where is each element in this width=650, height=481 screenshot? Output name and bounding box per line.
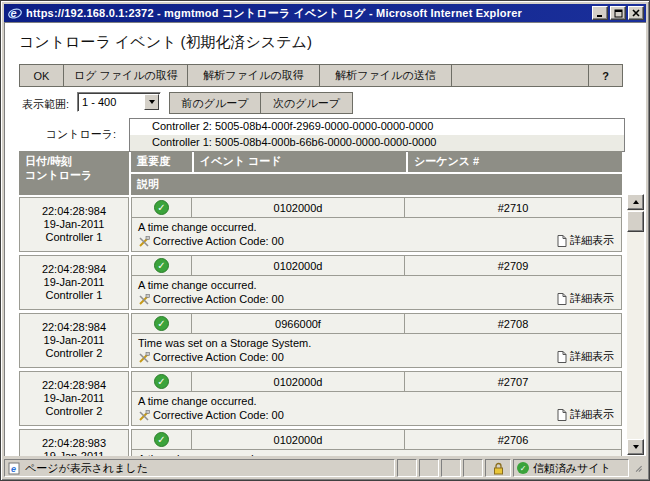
event-description: A time change occurred. Corrective Actio… <box>132 276 621 309</box>
tools-icon <box>138 352 150 364</box>
event-datetime: 22:04:28:984 19-Jan-2011 Controller 2 <box>19 313 129 368</box>
sequence-number: #2706 <box>405 430 621 449</box>
event-table-header: 日付/時刻 コントローラ 重要度 イベント コード シーケンス # 説明 <box>19 151 622 195</box>
tools-icon <box>138 236 150 248</box>
severity-ok-icon: ✓ <box>154 374 169 389</box>
table-row: 22:04:28:984 19-Jan-2011 Controller 2 ✓ … <box>19 371 622 426</box>
window-title: https://192.168.0.1:2372 - mgmtmod コントロー… <box>26 6 590 21</box>
range-value: 1 - 400 <box>78 96 143 108</box>
event-code: 0102000d <box>192 198 405 217</box>
get-log-file-button[interactable]: ログ ファイルの取得 <box>64 65 188 86</box>
scrollbar-thumb[interactable] <box>627 211 644 232</box>
controller-list-item[interactable]: Controller 1: 5005-08b4-000b-66b6-0000-0… <box>130 135 624 151</box>
header-datetime-controller: 日付/時刻 コントローラ <box>19 151 129 195</box>
document-icon <box>557 293 567 305</box>
sequence-number: #2709 <box>405 256 621 275</box>
document-icon <box>557 409 567 421</box>
get-analysis-file-button[interactable]: 解析ファイルの取得 <box>188 65 320 86</box>
range-label: 表示範囲: <box>22 97 69 112</box>
event-code: 0102000d <box>192 256 405 275</box>
page-title: コントローラ イベント (初期化済システム) <box>19 33 312 52</box>
event-description: A time change occurred. Corrective Actio… <box>132 218 621 251</box>
status-empty-pane <box>397 459 417 477</box>
header-sequence: シーケンス # <box>408 151 622 172</box>
scroll-up-button[interactable] <box>627 194 644 210</box>
status-message-pane: e ページが表示されました <box>4 459 395 477</box>
range-row: 表示範囲: 1 - 400 前のグループ 次のグループ <box>19 92 623 114</box>
status-bar: e ページが表示されました ✓ 信頼済みサイト <box>4 457 646 477</box>
maximize-button[interactable] <box>610 6 626 20</box>
resize-grip-icon <box>634 462 643 475</box>
table-row: 22:04:28:983 19-Jan-2011 Controller 2 ✓ … <box>19 429 622 456</box>
sequence-number: #2707 <box>405 372 621 391</box>
table-row: 22:04:28:984 19-Jan-2011 Controller 1 ✓ … <box>19 197 622 252</box>
severity-ok-icon: ✓ <box>154 258 169 273</box>
controller-label: コントローラ: <box>19 118 116 150</box>
range-select[interactable]: 1 - 400 <box>77 92 161 112</box>
document-icon <box>557 351 567 363</box>
svg-text:e: e <box>11 7 17 19</box>
padlock-icon <box>493 462 504 475</box>
ie-logo-icon: e <box>8 6 22 20</box>
toolbar-spacer <box>452 65 588 86</box>
close-button[interactable] <box>628 6 644 20</box>
event-description: A time change occurred. Corrective Actio… <box>132 450 621 456</box>
sequence-number: #2708 <box>405 314 621 333</box>
event-code: 0102000d <box>192 372 405 391</box>
event-datetime: 22:04:28:984 19-Jan-2011 Controller 2 <box>19 371 129 426</box>
event-description: A time change occurred. Corrective Actio… <box>132 392 621 425</box>
event-datetime: 22:04:28:984 19-Jan-2011 Controller 1 <box>19 255 129 310</box>
controller-list: Controller 2: 5005-08b4-000f-2969-0000-0… <box>129 118 625 152</box>
minimize-button[interactable] <box>592 6 608 20</box>
event-datetime: 22:04:28:984 19-Jan-2011 Controller 1 <box>19 197 129 252</box>
document-icon <box>557 235 567 247</box>
security-zone-pane: ✓ 信頼済みサイト <box>513 459 629 477</box>
severity-ok-icon: ✓ <box>154 200 169 215</box>
chevron-down-icon[interactable] <box>144 94 159 110</box>
vertical-scrollbar[interactable] <box>627 194 644 455</box>
table-row: 22:04:28:984 19-Jan-2011 Controller 1 ✓ … <box>19 255 622 310</box>
tools-icon <box>138 410 150 422</box>
svg-text:e: e <box>11 464 16 474</box>
sequence-number: #2710 <box>405 198 621 217</box>
toolbar: OK ログ ファイルの取得 解析ファイルの取得 解析ファイルの送信 ? <box>19 64 623 87</box>
previous-group-button[interactable]: 前のグループ <box>170 93 261 113</box>
status-empty-pane <box>441 459 461 477</box>
security-lock-pane <box>485 459 511 477</box>
severity-ok-icon: ✓ <box>154 316 169 331</box>
group-nav-strip: 前のグループ 次のグループ <box>169 92 353 114</box>
event-description: Time was set on a Storage System. Correc… <box>132 334 621 367</box>
event-code: 0966000f <box>192 314 405 333</box>
detail-view-link[interactable]: 詳細表示 <box>557 233 614 248</box>
browser-window: e https://192.168.0.1:2372 - mgmtmod コント… <box>0 0 650 481</box>
title-bar: e https://192.168.0.1:2372 - mgmtmod コント… <box>4 4 646 22</box>
scroll-down-button[interactable] <box>627 439 644 455</box>
severity-ok-icon: ✓ <box>154 432 169 447</box>
header-severity: 重要度 <box>131 151 192 172</box>
tools-icon <box>138 294 150 306</box>
resize-grip[interactable] <box>631 459 646 477</box>
status-empty-pane <box>419 459 439 477</box>
send-analysis-file-button[interactable]: 解析ファイルの送信 <box>320 65 452 86</box>
detail-view-link[interactable]: 詳細表示 <box>557 291 614 306</box>
controller-list-item[interactable]: Controller 2: 5005-08b4-000f-2969-0000-0… <box>130 119 624 135</box>
next-group-button[interactable]: 次のグループ <box>261 93 352 113</box>
ok-button[interactable]: OK <box>20 65 64 86</box>
help-button[interactable]: ? <box>588 65 622 86</box>
detail-view-link[interactable]: 詳細表示 <box>557 349 614 364</box>
page-ie-icon: e <box>8 462 21 475</box>
page-content: コントローラ イベント (初期化済システム) OK ログ ファイルの取得 解析フ… <box>4 22 646 456</box>
table-row: 22:04:28:984 19-Jan-2011 Controller 2 ✓ … <box>19 313 622 368</box>
event-datetime: 22:04:28:983 19-Jan-2011 Controller 2 <box>19 429 129 456</box>
header-event-code: イベント コード <box>194 151 406 172</box>
trusted-site-check-icon: ✓ <box>517 462 529 474</box>
detail-view-link[interactable]: 詳細表示 <box>557 407 614 422</box>
event-code: 0102000d <box>192 430 405 449</box>
status-empty-pane <box>463 459 483 477</box>
header-description: 説明 <box>131 174 622 195</box>
